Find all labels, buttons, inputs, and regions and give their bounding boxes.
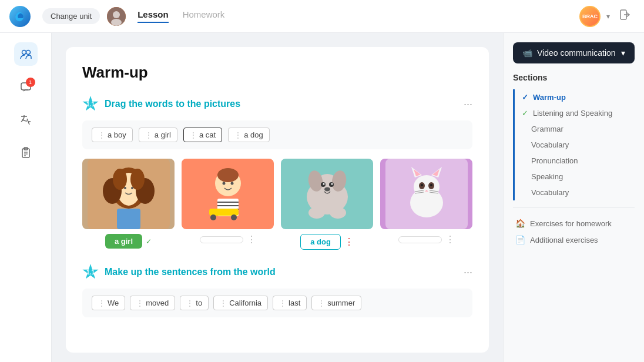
section-divider [513,207,635,208]
svg-point-21 [131,187,133,189]
svg-point-56 [421,184,423,186]
video-icon: 📹 [522,48,532,58]
img-label-row-girl: a girl ✓ [82,234,175,249]
section-warmup[interactable]: ✓ Warm-up [519,89,635,105]
svg-point-46 [330,207,346,219]
exercise1-menu[interactable]: ··· [464,98,472,110]
exercise2-word-chips: We moved to California last summer [82,289,472,317]
img-label-row-cat: ⋮ [380,234,472,245]
chip-moved[interactable]: moved [130,296,175,310]
section-vocabulary2[interactable]: Vocabulary [519,185,635,200]
exercise1-title: Drag the words to the pictures [105,99,240,109]
exercises-homework-label: Exercises for homework [530,219,612,228]
section-speaking-label: Speaking [531,172,563,181]
additional-icon: 📄 [515,235,525,244]
app-logo [9,6,31,27]
page-title: Warm-up [82,63,472,82]
top-nav: Change unit Lesson Homework BRAC ▾ [0,0,644,33]
svg-point-27 [230,182,233,185]
section-grammar[interactable]: Grammar [519,121,635,137]
section-grammar-label: Grammar [531,125,564,133]
chip-to[interactable]: to [180,296,209,310]
app-body: 1 Warm-up 1.1 Drag the [0,33,644,362]
svg-point-49 [414,175,440,199]
sidebar: 1 [0,33,52,362]
lesson-avatar [107,7,126,26]
dropdown-chevron[interactable]: ▾ [606,12,610,21]
chip-california[interactable]: California [213,296,268,310]
sections-list: ✓ Warm-up ✓ Listening and Speaking Gramm… [513,89,635,200]
svg-point-25 [217,168,239,182]
section-vocabulary1[interactable]: Vocabulary [519,137,635,153]
img-dog [281,159,373,229]
img-cat [380,159,472,229]
chip-summer[interactable]: summer [311,296,361,310]
exercise2-badge: 1.1 [82,264,99,280]
sections-title: Sections [513,73,635,82]
section-speaking[interactable]: Speaking [519,169,635,185]
img-dog-dots[interactable]: ⋮ [344,236,354,247]
img-cat-dots[interactable]: ⋮ [445,234,455,245]
video-chevron: ▾ [621,48,625,58]
video-comm-label: Video communication [537,48,616,58]
chip-a-dog[interactable]: a dog [228,128,270,142]
tab-homework[interactable]: Homework [183,9,225,23]
img-item-girl: a girl ✓ [82,159,175,250]
section-listening-label: Listening and Speaking [533,109,612,118]
svg-rect-22 [117,209,140,229]
video-comm-button[interactable]: 📹 Video communication ▾ [513,42,635,63]
nav-right: BRAC ▾ [579,6,635,27]
chip-a-boy[interactable]: a boy [92,128,133,142]
sidebar-icon-clipboard[interactable] [14,141,38,165]
additional-exercises-label: Additional exercises [530,236,598,244]
img-boy [182,159,274,229]
chat-badge: 1 [26,78,35,87]
sidebar-icon-chat[interactable]: 1 [14,75,38,99]
exercise2: 1.1 Make up the sentences from the world… [82,264,472,317]
img-label-dog: a dog [300,234,341,250]
exercises-homework[interactable]: 🏠 Exercises for homework [513,215,635,232]
img-girl [82,159,175,229]
img-label-row-boy: ⋮ [182,234,274,245]
svg-point-20 [124,187,126,189]
section-pronunciation-label: Pronunciation [531,156,578,165]
tab-lesson[interactable]: Lesson [137,9,169,23]
exercise2-title: Make up the sentences from the world [105,267,276,277]
chip-we[interactable]: We [92,296,125,310]
check-girl: ✓ [146,237,152,246]
img-label-cat-blank[interactable] [398,236,442,243]
img-item-cat: ⋮ [380,159,472,250]
chip-a-girl[interactable]: a girl [139,128,177,142]
listening-check: ✓ [522,109,528,118]
svg-point-57 [430,184,432,186]
img-boy-dots[interactable]: ⋮ [247,234,256,245]
img-label-girl: a girl [105,234,142,249]
additional-exercises[interactable]: 📄 Additional exercises [513,232,635,248]
exit-button[interactable] [616,7,635,26]
user-avatar[interactable]: BRAC [579,6,601,27]
chip-last[interactable]: last [273,296,307,310]
section-vocabulary1-label: Vocabulary [531,140,569,149]
section-vocabulary2-label: Vocabulary [531,188,569,197]
sidebar-icon-translate[interactable] [14,108,38,132]
svg-point-43 [331,183,333,185]
sidebar-icon-people[interactable] [14,42,38,66]
img-label-boy-blank[interactable] [200,236,243,243]
img-label-row-dog: a dog ⋮ [281,234,373,250]
change-unit-button[interactable]: Change unit [42,8,100,24]
svg-point-1 [113,11,120,18]
exercise2-menu[interactable]: ··· [464,266,472,279]
exercise2-header: 1.1 Make up the sentences from the world… [82,264,472,280]
svg-point-45 [308,207,325,219]
chip-a-cat[interactable]: a cat [183,128,222,142]
section-listening[interactable]: ✓ Listening and Speaking [519,105,635,121]
svg-point-42 [323,183,324,185]
right-panel: 📹 Video communication ▾ Sections ✓ Warm-… [503,33,644,362]
lesson-card: Warm-up 1.1 Drag the words to the pictur… [66,47,489,353]
warmup-check: ✓ [522,93,528,102]
svg-point-2 [111,19,122,26]
images-grid: a girl ✓ [82,159,472,250]
img-item-boy: ⋮ [182,159,274,250]
section-pronunciation[interactable]: Pronunciation [519,153,635,169]
nav-tabs: Lesson Homework [137,9,224,23]
